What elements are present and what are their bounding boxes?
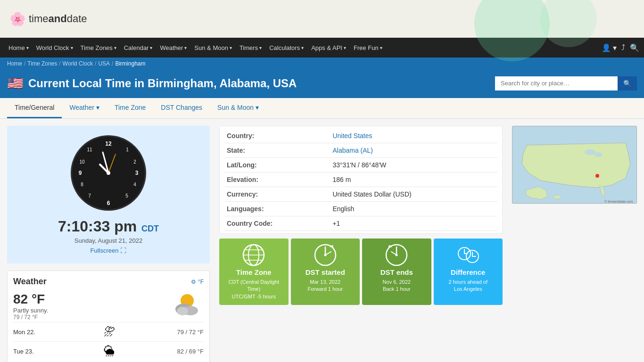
forecast-icon: ⛈ bbox=[104, 325, 115, 338]
difference-sub1: 2 hours ahead of bbox=[438, 279, 499, 286]
dst-end-title: DST ends bbox=[366, 268, 428, 276]
svg-text:5: 5 bbox=[125, 193, 128, 198]
dst-start-title: DST started bbox=[295, 268, 356, 276]
info-table-container: Country: United States State: Alabama (A… bbox=[219, 126, 503, 234]
svg-point-43 bbox=[594, 152, 602, 157]
tab-time-zone[interactable]: Time Zone bbox=[107, 98, 153, 118]
page-title-area: 🇺🇸 Current Local Time in Birmingham, Ala… bbox=[7, 75, 297, 91]
search-icon[interactable]: 🔍 bbox=[630, 43, 639, 52]
tab-dst-changes[interactable]: DST Changes bbox=[153, 98, 210, 118]
country-link[interactable]: United States bbox=[332, 132, 372, 140]
analog-clock: 12 3 6 9 1 2 4 5 7 8 10 11 bbox=[71, 135, 146, 211]
svg-text:3: 3 bbox=[135, 170, 139, 176]
svg-point-45 bbox=[553, 195, 561, 199]
breadcrumb-sep: / bbox=[112, 60, 113, 67]
share-icon[interactable]: ⤴ bbox=[621, 43, 625, 52]
svg-text:2: 2 bbox=[133, 159, 136, 165]
weather-range: 79 / 72 °F bbox=[13, 314, 48, 321]
nav-world-clock[interactable]: World Clock ▾ bbox=[33, 44, 77, 51]
info-box-difference[interactable]: Difference 2 hours ahead of Los Angeles bbox=[434, 239, 503, 305]
table-row: Country: United States bbox=[224, 129, 497, 143]
currency-label: Currency: bbox=[224, 187, 330, 202]
tab-weather[interactable]: Weather ▾ bbox=[62, 98, 107, 118]
weather-main: 82 °F Partly sunny. 79 / 72 °F bbox=[13, 290, 204, 322]
country-value: United States bbox=[330, 129, 497, 143]
left-column: 12 3 6 9 1 2 4 5 7 8 10 11 bbox=[7, 126, 210, 362]
chevron-down-icon: ▾ bbox=[301, 45, 304, 50]
info-box-dst-started[interactable]: DST started Mar 13, 2022 Forward 1 hour bbox=[291, 239, 360, 305]
gear-icon: ⚙ bbox=[191, 279, 196, 285]
svg-point-20 bbox=[177, 307, 188, 315]
nav-calendar[interactable]: Calendar ▾ bbox=[120, 44, 157, 51]
search-input[interactable] bbox=[495, 76, 618, 90]
logo[interactable]: 🌸 timeanddate bbox=[9, 11, 87, 27]
location-info-table: Country: United States State: Alabama (A… bbox=[224, 129, 497, 231]
state-label: State: bbox=[224, 143, 330, 158]
chevron-down-icon: ▾ bbox=[71, 45, 73, 50]
info-boxes: Time Zone CDT (Central Daylight Time) UT… bbox=[219, 239, 503, 305]
user-icon[interactable]: 👤 ▾ bbox=[602, 43, 617, 52]
weather-settings[interactable]: ⚙ °F bbox=[191, 279, 204, 285]
chevron-down-icon: ▾ bbox=[230, 45, 232, 50]
dst-start-sub1: Mar 13, 2022 bbox=[295, 279, 356, 286]
breadcrumb-sep: / bbox=[24, 60, 25, 67]
tab-sun-moon[interactable]: Sun & Moon ▾ bbox=[210, 98, 266, 118]
breadcrumb-world-clock[interactable]: World Clock bbox=[63, 60, 93, 67]
elevation-label: Elevation: bbox=[224, 173, 330, 187]
table-row: State: Alabama (AL) bbox=[224, 143, 497, 158]
nav-time-zones[interactable]: Time Zones ▾ bbox=[77, 44, 120, 51]
breadcrumb-current: Birmingham bbox=[115, 60, 145, 67]
tab-time-general[interactable]: Time/General bbox=[7, 98, 62, 118]
svg-text:7: 7 bbox=[88, 193, 91, 198]
breadcrumb-home[interactable]: Home bbox=[7, 60, 22, 67]
sub-tabs: Time/General Weather ▾ Time Zone DST Cha… bbox=[0, 98, 644, 119]
chevron-down-icon: ▾ bbox=[96, 104, 99, 111]
chevron-down-icon: ▾ bbox=[259, 45, 262, 50]
nav-weather[interactable]: Weather ▾ bbox=[156, 44, 190, 51]
logo-text: timeanddate bbox=[29, 13, 87, 25]
state-link[interactable]: Alabama (AL) bbox=[332, 147, 373, 154]
country-label: Country: bbox=[224, 129, 330, 143]
latlong-label: Lat/Long: bbox=[224, 158, 330, 173]
weather-header: Weather ⚙ °F bbox=[13, 277, 204, 287]
nav-timers[interactable]: Timers ▾ bbox=[236, 44, 265, 51]
dst-end-sub1: Nov 6, 2022 bbox=[366, 279, 428, 286]
search-button[interactable]: 🔍 bbox=[618, 76, 637, 90]
fullscreen-link[interactable]: Fullscreen ⛶ bbox=[17, 247, 200, 254]
breadcrumb-bar: Home / Time Zones / World Clock / USA / … bbox=[0, 58, 644, 70]
dst-end-sub2: Back 1 hour bbox=[366, 286, 428, 293]
forecast-temp: 79 / 72 °F bbox=[177, 329, 204, 336]
difference-icon bbox=[438, 243, 499, 268]
info-box-dst-ends[interactable]: DST ends Nov 6, 2022 Back 1 hour bbox=[362, 239, 431, 305]
dst-start-sub2: Forward 1 hour bbox=[295, 286, 356, 293]
nav-apps-api[interactable]: Apps & API ▾ bbox=[307, 44, 350, 51]
forecast-icon: 🌦 bbox=[104, 345, 115, 358]
nav-icons: 👤 ▾ ⤴ 🔍 bbox=[602, 43, 639, 52]
svg-text:11: 11 bbox=[87, 147, 92, 152]
languages-value: English bbox=[330, 202, 497, 216]
currency-value: United States Dollar (USD) bbox=[330, 187, 497, 202]
table-row: Currency: United States Dollar (USD) bbox=[224, 187, 497, 202]
map-container[interactable]: © timeanddate.com bbox=[512, 126, 637, 204]
blue-header: 🇺🇸 Current Local Time in Birmingham, Ala… bbox=[0, 70, 644, 98]
nav-home[interactable]: Home ▾ bbox=[5, 44, 33, 51]
forecast-temp: 82 / 69 °F bbox=[177, 348, 204, 355]
nav-calculators[interactable]: Calculators ▾ bbox=[265, 44, 307, 51]
svg-point-16 bbox=[107, 171, 110, 175]
table-row: Elevation: 186 m bbox=[224, 173, 497, 187]
breadcrumb-usa[interactable]: USA bbox=[98, 60, 110, 67]
svg-text:© timeanddate.com: © timeanddate.com bbox=[604, 200, 633, 203]
svg-point-42 bbox=[585, 149, 596, 155]
nav-sun-moon[interactable]: Sun & Moon ▾ bbox=[190, 44, 236, 51]
nav-free-fun[interactable]: Free Fun ▾ bbox=[350, 44, 386, 51]
timezone-box-sub1: CDT (Central Daylight Time) bbox=[223, 279, 285, 293]
timezone-icon bbox=[223, 243, 285, 268]
chevron-down-icon: ▾ bbox=[150, 45, 152, 50]
breadcrumb-time-zones[interactable]: Time Zones bbox=[27, 60, 57, 67]
info-box-timezone[interactable]: Time Zone CDT (Central Daylight Time) UT… bbox=[219, 239, 289, 305]
table-row: Country Code: +1 bbox=[224, 216, 497, 231]
logo-area: 🌸 timeanddate bbox=[0, 0, 644, 38]
table-row: Lat/Long: 33°31'N / 86°48'W bbox=[224, 158, 497, 173]
chevron-down-icon: ▾ bbox=[256, 104, 259, 111]
svg-text:9: 9 bbox=[79, 170, 82, 176]
